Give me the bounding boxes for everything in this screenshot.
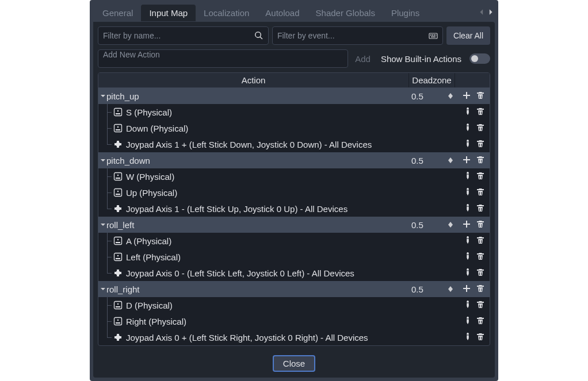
delete-event-button[interactable]: [476, 139, 485, 150]
chevron-down-icon[interactable]: [100, 286, 106, 292]
tree-line: [105, 265, 113, 281]
tab-shader-globals[interactable]: Shader Globals: [308, 5, 383, 21]
svg-rect-7: [116, 113, 120, 114]
event-label: Joypad Axis 0 - (Left Stick Left, Joysti…: [126, 268, 409, 278]
event-label: Joypad Axis 1 - (Left Stick Up, Joystick…: [126, 204, 409, 214]
edit-event-button[interactable]: [464, 268, 471, 278]
event-row[interactable]: W (Physical): [98, 168, 490, 184]
tree-line: [105, 168, 113, 184]
action-row[interactable]: pitch_down0.5: [98, 152, 490, 168]
filter-event-input[interactable]: [277, 31, 438, 40]
deadzone-value: 0.5: [411, 220, 423, 230]
chevron-down-icon[interactable]: [100, 93, 106, 99]
event-row[interactable]: Joypad Axis 1 + (Left Stick Down, Joysti…: [98, 136, 490, 152]
tab-localization[interactable]: Localization: [196, 5, 257, 21]
edit-event-button[interactable]: [464, 301, 471, 310]
event-row[interactable]: Right (Physical): [98, 313, 490, 329]
edit-event-button[interactable]: [464, 140, 471, 149]
event-label: Right (Physical): [126, 317, 409, 326]
svg-point-22: [117, 239, 119, 240]
event-row[interactable]: Down (Physical): [98, 120, 490, 136]
add-event-button[interactable]: [462, 284, 471, 295]
action-row[interactable]: roll_left0.5: [98, 217, 490, 233]
column-header-action[interactable]: Action: [98, 73, 409, 87]
tab-input-map[interactable]: Input Map: [141, 5, 196, 21]
delete-event-button[interactable]: [476, 107, 485, 118]
action-row[interactable]: pitch_up0.5: [98, 88, 490, 104]
close-button[interactable]: Close: [273, 355, 315, 372]
edit-event-button[interactable]: [464, 317, 471, 326]
event-row[interactable]: D (Physical): [98, 297, 490, 313]
keyboard-key-icon: [113, 236, 123, 245]
event-row[interactable]: Left (Physical): [98, 249, 490, 265]
edit-event-button[interactable]: [464, 172, 471, 182]
tab-scroll-left[interactable]: [479, 8, 486, 17]
tab-general[interactable]: General: [94, 5, 141, 21]
deadzone-value: 0.5: [411, 284, 423, 294]
tree-line: [105, 329, 113, 345]
svg-point-32: [117, 320, 119, 321]
event-row[interactable]: A (Physical): [98, 233, 490, 249]
input-map-body: Clear All Add Show Built-in Actions Acti…: [93, 22, 495, 378]
edit-event-button[interactable]: [464, 107, 471, 117]
svg-point-8: [117, 110, 119, 111]
deadzone-spinner[interactable]: 0.5: [409, 156, 455, 166]
search-icon: [254, 31, 264, 40]
delete-event-button[interactable]: [476, 123, 485, 134]
delete-event-button[interactable]: [476, 332, 485, 343]
svg-rect-28: [116, 306, 120, 307]
delete-event-button[interactable]: [476, 236, 485, 247]
tree-line: [105, 104, 113, 120]
delete-event-button[interactable]: [476, 268, 485, 279]
add-event-button[interactable]: [462, 220, 471, 230]
edit-event-button[interactable]: [464, 236, 471, 246]
add-event-button[interactable]: [462, 155, 471, 166]
deadzone-value: 0.5: [411, 91, 423, 101]
edit-event-button[interactable]: [464, 252, 471, 262]
delete-action-button[interactable]: [476, 91, 485, 102]
edit-event-button[interactable]: [464, 333, 471, 342]
add-action-button[interactable]: Add: [353, 54, 373, 64]
column-header-deadzone[interactable]: Deadzone: [409, 73, 455, 87]
svg-rect-16: [114, 189, 122, 197]
chevron-down-icon[interactable]: [100, 222, 106, 228]
tab-autoload[interactable]: Autoload: [257, 5, 307, 21]
svg-rect-4: [436, 34, 436, 36]
clear-all-button[interactable]: Clear All: [446, 26, 490, 45]
event-row[interactable]: S (Physical): [98, 104, 490, 120]
delete-action-button[interactable]: [476, 220, 485, 230]
delete-event-button[interactable]: [476, 252, 485, 263]
tab-scroll-right[interactable]: [487, 8, 494, 17]
action-row[interactable]: roll_right0.5: [98, 281, 490, 297]
deadzone-spinner[interactable]: 0.5: [409, 220, 455, 230]
deadzone-spinner[interactable]: 0.5: [409, 91, 455, 101]
delete-event-button[interactable]: [476, 300, 485, 311]
delete-event-button[interactable]: [476, 171, 485, 182]
delete-event-button[interactable]: [476, 203, 485, 214]
keyboard-key-icon: [113, 317, 123, 326]
delete-action-button[interactable]: [476, 284, 485, 295]
edit-event-button[interactable]: [464, 124, 471, 133]
delete-event-button[interactable]: [476, 316, 485, 327]
event-row[interactable]: Joypad Axis 0 + (Left Stick Right, Joyst…: [98, 329, 490, 345]
event-row[interactable]: Joypad Axis 1 - (Left Stick Up, Joystick…: [98, 201, 490, 217]
delete-action-button[interactable]: [476, 155, 485, 166]
event-row[interactable]: Up (Physical): [98, 184, 490, 201]
dialog-footer: Close: [98, 351, 490, 373]
tab-plugins[interactable]: Plugins: [383, 5, 427, 21]
svg-point-25: [117, 255, 119, 256]
show-builtin-toggle[interactable]: [469, 53, 490, 64]
event-label: Up (Physical): [126, 188, 409, 198]
event-row[interactable]: Joypad Axis 0 - (Left Stick Left, Joysti…: [98, 265, 490, 281]
add-event-button[interactable]: [462, 91, 471, 102]
joypad-icon: [113, 204, 123, 213]
add-action-input[interactable]: [103, 50, 343, 59]
delete-event-button[interactable]: [476, 187, 485, 198]
chevron-down-icon[interactable]: [100, 157, 106, 163]
edit-event-button[interactable]: [464, 188, 471, 198]
keyboard-key-icon: [113, 301, 123, 310]
edit-event-button[interactable]: [464, 204, 471, 214]
filter-name-input[interactable]: [103, 31, 264, 40]
tree-line: [105, 297, 113, 313]
deadzone-spinner[interactable]: 0.5: [409, 284, 455, 294]
